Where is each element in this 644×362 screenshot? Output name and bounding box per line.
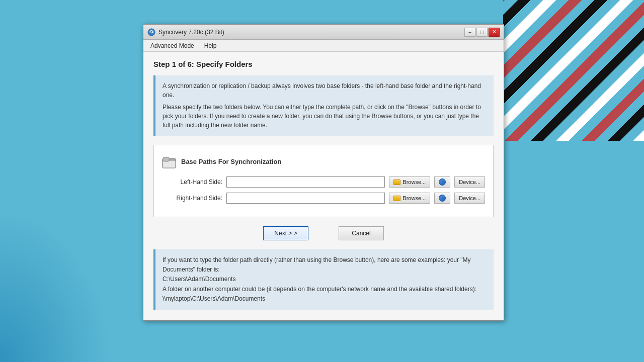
left-browse-button[interactable]: Browse... (389, 176, 430, 188)
left-browse-label: Browse... (403, 179, 426, 185)
svg-rect-4 (163, 157, 169, 161)
left-globe-button[interactable] (434, 176, 450, 188)
right-browse-label: Browse... (403, 195, 426, 201)
info-box-top: A synchronization or replication / backu… (153, 75, 494, 136)
minimize-button[interactable]: − (464, 28, 475, 37)
window-title: Syncovery 7.20c (32 Bit) (158, 29, 224, 36)
title-bar-left: Syncovery 7.20c (32 Bit) (147, 28, 224, 36)
step-title: Step 1 of 6: Specify Folders (153, 60, 494, 68)
left-hand-row: Left-Hand Side: Browse... Device... (162, 176, 485, 188)
restore-button[interactable]: □ (476, 28, 488, 37)
right-browse-button[interactable]: Browse... (389, 193, 430, 204)
info-line2: Please specify the two folders below. Yo… (163, 103, 487, 130)
right-device-button[interactable]: Device... (454, 193, 485, 204)
action-row: Next > > Cancel (153, 226, 494, 240)
right-hand-label: Right-Hand Side: (162, 195, 222, 202)
bottom-info-box: If you want to type the folder path dire… (153, 249, 494, 310)
folder-browse-icon-right (393, 196, 400, 201)
left-hand-label: Left-Hand Side: (162, 178, 222, 186)
cancel-button[interactable]: Cancel (339, 226, 384, 240)
title-bar: Syncovery 7.20c (32 Bit) − □ ✕ (143, 25, 504, 40)
section-title: Base Paths For Synchronization (181, 158, 281, 165)
folder-browse-icon-left (393, 179, 400, 185)
right-hand-row: Right-Hand Side: Browse... Device... (162, 193, 485, 204)
globe-icon-right (439, 195, 446, 202)
left-hand-input[interactable] (226, 176, 385, 188)
bottom-info-line2: C:\Users\Adam\Documents (163, 275, 487, 284)
bottom-info-line3: A folder on another computer could be (i… (163, 285, 487, 304)
main-window: Syncovery 7.20c (32 Bit) − □ ✕ Advanced … (143, 24, 504, 321)
right-hand-input[interactable] (226, 193, 385, 204)
section-header: Base Paths For Synchronization (162, 153, 485, 169)
next-button[interactable]: Next > > (263, 226, 308, 240)
menu-advanced-mode[interactable]: Advanced Mode (146, 41, 198, 50)
globe-icon-left (439, 178, 446, 186)
base-paths-section: Base Paths For Synchronization Left-Hand… (153, 145, 494, 217)
app-icon (147, 28, 155, 36)
content-area: Step 1 of 6: Specify Folders A synchroni… (143, 52, 504, 320)
title-bar-controls: − □ ✕ (464, 28, 500, 37)
left-device-button[interactable]: Device... (454, 176, 485, 188)
info-line1: A synchronization or replication / backu… (163, 81, 487, 100)
menu-help[interactable]: Help (200, 41, 221, 50)
right-globe-button[interactable] (434, 193, 450, 204)
menu-bar: Advanced Mode Help (143, 40, 504, 52)
folder-icon (162, 153, 176, 169)
bottom-info-line1: If you want to type the folder path dire… (163, 255, 487, 275)
close-button[interactable]: ✕ (489, 28, 500, 37)
